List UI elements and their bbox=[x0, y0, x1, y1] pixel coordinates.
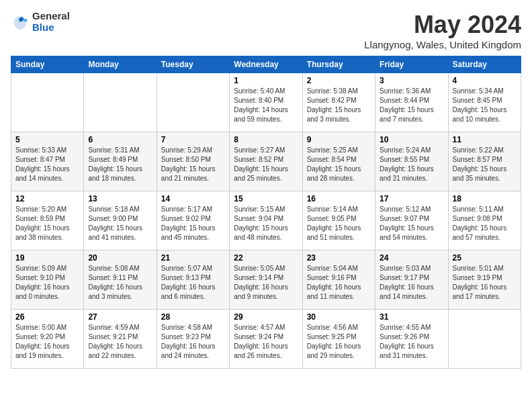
day-info: Sunrise: 5:09 AM Sunset: 9:10 PM Dayligh… bbox=[15, 264, 79, 302]
day-info: Sunrise: 5:15 AM Sunset: 9:04 PM Dayligh… bbox=[234, 205, 298, 242]
day-info: Sunrise: 5:31 AM Sunset: 8:49 PM Dayligh… bbox=[88, 146, 152, 183]
day-number: 1 bbox=[234, 76, 298, 85]
day-number: 5 bbox=[15, 135, 79, 144]
day-info: Sunrise: 5:36 AM Sunset: 8:44 PM Dayligh… bbox=[380, 87, 443, 124]
day-number: 28 bbox=[161, 312, 225, 322]
calendar-cell: 21Sunrise: 5:07 AM Sunset: 9:13 PM Dayli… bbox=[157, 250, 229, 310]
day-number: 14 bbox=[161, 194, 225, 203]
calendar-cell bbox=[84, 73, 157, 132]
title-block: May 2024 Llangynog, Wales, United Kingdo… bbox=[364, 11, 521, 50]
location: Llangynog, Wales, United Kingdom bbox=[364, 39, 521, 50]
calendar-cell: 23Sunrise: 5:04 AM Sunset: 9:16 PM Dayli… bbox=[302, 250, 375, 310]
day-info: Sunrise: 5:14 AM Sunset: 9:05 PM Dayligh… bbox=[307, 205, 371, 242]
calendar-cell: 26Sunrise: 5:00 AM Sunset: 9:20 PM Dayli… bbox=[11, 310, 84, 369]
logo: General Blue bbox=[11, 11, 70, 33]
day-info: Sunrise: 4:57 AM Sunset: 9:24 PM Dayligh… bbox=[234, 323, 298, 361]
calendar-cell: 28Sunrise: 4:58 AM Sunset: 9:23 PM Dayli… bbox=[157, 310, 229, 369]
day-number: 30 bbox=[307, 312, 371, 322]
day-info: Sunrise: 5:03 AM Sunset: 9:17 PM Dayligh… bbox=[380, 264, 443, 302]
day-number: 13 bbox=[88, 194, 152, 203]
day-info: Sunrise: 5:27 AM Sunset: 8:52 PM Dayligh… bbox=[234, 146, 298, 183]
day-number: 21 bbox=[161, 253, 225, 263]
day-number: 27 bbox=[88, 312, 152, 322]
calendar-week-1: 1Sunrise: 5:40 AM Sunset: 8:40 PM Daylig… bbox=[11, 73, 521, 132]
day-number: 26 bbox=[15, 312, 79, 322]
calendar-cell: 6Sunrise: 5:31 AM Sunset: 8:49 PM Daylig… bbox=[84, 132, 157, 191]
day-info: Sunrise: 4:55 AM Sunset: 9:26 PM Dayligh… bbox=[380, 323, 443, 361]
day-info: Sunrise: 5:05 AM Sunset: 9:14 PM Dayligh… bbox=[234, 264, 298, 302]
day-info: Sunrise: 5:34 AM Sunset: 8:45 PM Dayligh… bbox=[453, 87, 517, 124]
day-info: Sunrise: 5:18 AM Sunset: 9:00 PM Dayligh… bbox=[88, 205, 152, 242]
calendar-cell: 2Sunrise: 5:38 AM Sunset: 8:42 PM Daylig… bbox=[302, 73, 375, 132]
day-number: 6 bbox=[88, 135, 152, 144]
day-number: 10 bbox=[380, 135, 443, 144]
calendar-week-2: 5Sunrise: 5:33 AM Sunset: 8:47 PM Daylig… bbox=[11, 132, 521, 191]
calendar-cell bbox=[11, 73, 84, 132]
day-of-week-friday: Friday bbox=[375, 56, 448, 73]
day-number: 25 bbox=[453, 253, 517, 263]
day-number: 20 bbox=[88, 253, 152, 263]
day-number: 4 bbox=[453, 76, 517, 85]
calendar-cell: 18Sunrise: 5:11 AM Sunset: 9:08 PM Dayli… bbox=[448, 191, 521, 250]
calendar-cell: 17Sunrise: 5:12 AM Sunset: 9:07 PM Dayli… bbox=[375, 191, 448, 250]
calendar-cell: 22Sunrise: 5:05 AM Sunset: 9:14 PM Dayli… bbox=[230, 250, 302, 310]
day-number: 2 bbox=[307, 76, 371, 85]
day-info: Sunrise: 5:00 AM Sunset: 9:20 PM Dayligh… bbox=[15, 323, 79, 361]
calendar-table: SundayMondayTuesdayWednesdayThursdayFrid… bbox=[11, 56, 521, 369]
calendar-cell: 1Sunrise: 5:40 AM Sunset: 8:40 PM Daylig… bbox=[230, 73, 302, 132]
logo-general: General bbox=[32, 11, 70, 22]
calendar-week-3: 12Sunrise: 5:20 AM Sunset: 8:59 PM Dayli… bbox=[11, 191, 521, 250]
day-of-week-tuesday: Tuesday bbox=[157, 56, 229, 73]
calendar-cell: 29Sunrise: 4:57 AM Sunset: 9:24 PM Dayli… bbox=[230, 310, 302, 369]
calendar-cell: 4Sunrise: 5:34 AM Sunset: 8:45 PM Daylig… bbox=[448, 73, 521, 132]
calendar-cell: 8Sunrise: 5:27 AM Sunset: 8:52 PM Daylig… bbox=[230, 132, 302, 191]
calendar-week-4: 19Sunrise: 5:09 AM Sunset: 9:10 PM Dayli… bbox=[11, 250, 521, 310]
day-number: 19 bbox=[15, 253, 79, 263]
day-info: Sunrise: 5:07 AM Sunset: 9:13 PM Dayligh… bbox=[161, 264, 225, 302]
logo-blue: Blue bbox=[32, 22, 70, 34]
day-number: 9 bbox=[307, 135, 371, 144]
calendar-body: 1Sunrise: 5:40 AM Sunset: 8:40 PM Daylig… bbox=[11, 73, 521, 369]
day-info: Sunrise: 5:24 AM Sunset: 8:55 PM Dayligh… bbox=[380, 146, 443, 183]
day-info: Sunrise: 5:12 AM Sunset: 9:07 PM Dayligh… bbox=[380, 205, 443, 242]
calendar-cell: 27Sunrise: 4:59 AM Sunset: 9:21 PM Dayli… bbox=[84, 310, 157, 369]
day-info: Sunrise: 5:11 AM Sunset: 9:08 PM Dayligh… bbox=[453, 205, 517, 242]
day-info: Sunrise: 5:22 AM Sunset: 8:57 PM Dayligh… bbox=[453, 146, 517, 183]
calendar-cell: 24Sunrise: 5:03 AM Sunset: 9:17 PM Dayli… bbox=[375, 250, 448, 310]
calendar-cell: 13Sunrise: 5:18 AM Sunset: 9:00 PM Dayli… bbox=[84, 191, 157, 250]
day-info: Sunrise: 5:20 AM Sunset: 8:59 PM Dayligh… bbox=[15, 205, 79, 242]
calendar-cell: 11Sunrise: 5:22 AM Sunset: 8:57 PM Dayli… bbox=[448, 132, 521, 191]
day-number: 11 bbox=[453, 135, 517, 144]
day-number: 29 bbox=[234, 312, 298, 322]
day-info: Sunrise: 5:01 AM Sunset: 9:19 PM Dayligh… bbox=[453, 264, 517, 302]
day-info: Sunrise: 5:17 AM Sunset: 9:02 PM Dayligh… bbox=[161, 205, 225, 242]
day-number: 24 bbox=[380, 253, 443, 263]
day-number: 23 bbox=[307, 253, 371, 263]
day-info: Sunrise: 5:29 AM Sunset: 8:50 PM Dayligh… bbox=[161, 146, 225, 183]
calendar-cell: 3Sunrise: 5:36 AM Sunset: 8:44 PM Daylig… bbox=[375, 73, 448, 132]
calendar-cell: 16Sunrise: 5:14 AM Sunset: 9:05 PM Dayli… bbox=[302, 191, 375, 250]
calendar-cell: 9Sunrise: 5:25 AM Sunset: 8:54 PM Daylig… bbox=[302, 132, 375, 191]
day-of-week-sunday: Sunday bbox=[11, 56, 84, 73]
day-number: 17 bbox=[380, 194, 443, 203]
day-info: Sunrise: 5:33 AM Sunset: 8:47 PM Dayligh… bbox=[15, 146, 79, 183]
day-info: Sunrise: 5:40 AM Sunset: 8:40 PM Dayligh… bbox=[234, 87, 298, 124]
day-number: 22 bbox=[234, 253, 298, 263]
day-number: 15 bbox=[234, 194, 298, 203]
calendar-cell: 19Sunrise: 5:09 AM Sunset: 9:10 PM Dayli… bbox=[11, 250, 84, 310]
day-info: Sunrise: 5:08 AM Sunset: 9:11 PM Dayligh… bbox=[88, 264, 152, 302]
calendar-header: SundayMondayTuesdayWednesdayThursdayFrid… bbox=[11, 56, 521, 73]
day-number: 8 bbox=[234, 135, 298, 144]
logo-bird-icon bbox=[11, 13, 30, 32]
calendar-cell: 10Sunrise: 5:24 AM Sunset: 8:55 PM Dayli… bbox=[375, 132, 448, 191]
day-number: 3 bbox=[380, 76, 443, 85]
day-info: Sunrise: 5:38 AM Sunset: 8:42 PM Dayligh… bbox=[307, 87, 371, 124]
calendar-cell: 15Sunrise: 5:15 AM Sunset: 9:04 PM Dayli… bbox=[230, 191, 302, 250]
logo-text: General Blue bbox=[32, 11, 70, 33]
calendar-cell: 31Sunrise: 4:55 AM Sunset: 9:26 PM Dayli… bbox=[375, 310, 448, 369]
calendar-week-5: 26Sunrise: 5:00 AM Sunset: 9:20 PM Dayli… bbox=[11, 310, 521, 369]
day-of-week-monday: Monday bbox=[84, 56, 157, 73]
day-info: Sunrise: 4:58 AM Sunset: 9:23 PM Dayligh… bbox=[161, 323, 225, 361]
calendar-cell: 20Sunrise: 5:08 AM Sunset: 9:11 PM Dayli… bbox=[84, 250, 157, 310]
days-of-week-row: SundayMondayTuesdayWednesdayThursdayFrid… bbox=[11, 56, 521, 73]
